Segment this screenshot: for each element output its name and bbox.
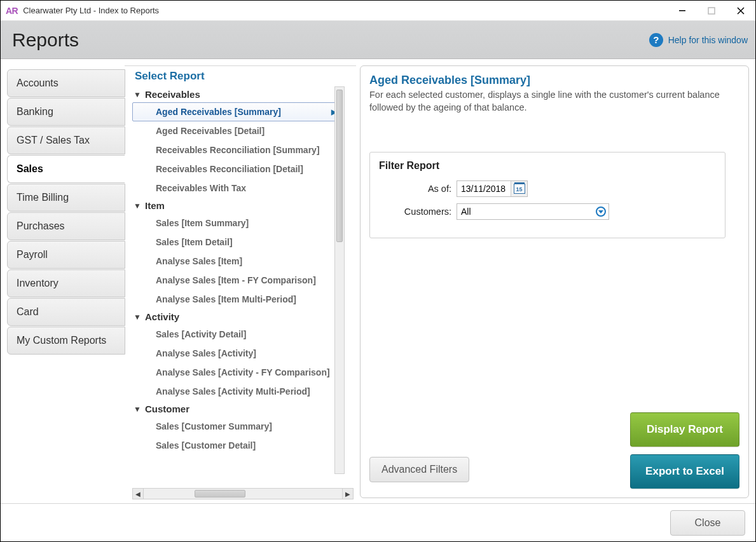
window-title: Clearwater Pty Ltd - Index to Reports xyxy=(23,6,159,15)
category-nav: AccountsBankingGST / Sales TaxSalesTime … xyxy=(1,65,125,503)
category-tab-card[interactable]: Card xyxy=(7,298,125,326)
calendar-button[interactable]: 15 xyxy=(511,181,527,196)
maximize-button[interactable] xyxy=(697,1,726,21)
disclosure-icon: ▼ xyxy=(134,90,142,99)
report-group-customer[interactable]: ▼Customer xyxy=(132,401,342,417)
report-group-label: Customer xyxy=(145,403,189,414)
svg-rect-1 xyxy=(708,8,715,14)
report-item[interactable]: Analyse Sales [Item] xyxy=(132,252,342,271)
report-group-item[interactable]: ▼Item xyxy=(132,198,342,213)
report-item[interactable]: Analyse Sales [Item Multi-Period] xyxy=(132,290,342,309)
category-tab-accounts[interactable]: Accounts xyxy=(7,69,125,97)
chevron-down-icon xyxy=(596,207,606,217)
category-tab-time-billing[interactable]: Time Billing xyxy=(7,184,125,212)
display-report-button[interactable]: Display Report xyxy=(630,412,739,447)
page-title: Reports xyxy=(12,29,79,51)
report-group-label: Activity xyxy=(145,311,179,322)
report-item[interactable]: Sales [Item Summary] xyxy=(132,213,342,233)
as-of-date-input[interactable] xyxy=(457,181,511,196)
advanced-filters-button[interactable]: Advanced Filters xyxy=(369,457,469,482)
report-list-panel: Select Report ▼ReceivablesAged Receivabl… xyxy=(125,65,356,503)
export-to-excel-button[interactable]: Export to Excel xyxy=(630,454,739,489)
report-tree: ▼ReceivablesAged Receivables [Summary]Ag… xyxy=(131,86,345,485)
report-item[interactable]: Sales [Customer Summary] xyxy=(132,417,342,436)
report-group-receivables[interactable]: ▼Receivables xyxy=(132,86,342,102)
close-window-button[interactable] xyxy=(726,1,755,21)
report-item[interactable]: Sales [Activity Detail] xyxy=(132,325,342,344)
calendar-icon: 15 xyxy=(514,185,525,193)
report-item[interactable]: Aged Receivables [Detail] xyxy=(132,121,342,140)
category-tab-gst-sales-tax[interactable]: GST / Sales Tax xyxy=(7,126,125,154)
horizontal-scrollbar[interactable]: ◀ ▶ xyxy=(132,488,354,499)
customers-input[interactable] xyxy=(457,204,593,219)
report-group-label: Receivables xyxy=(145,89,200,100)
category-tab-my-custom-reports[interactable]: My Custom Reports xyxy=(7,327,125,355)
app-icon: AR xyxy=(6,6,18,16)
report-title: Aged Receivables [Summary] xyxy=(369,74,739,87)
filter-title: Filter Report xyxy=(379,160,716,172)
category-tab-payroll[interactable]: Payroll xyxy=(7,241,125,269)
category-tab-banking[interactable]: Banking xyxy=(7,98,125,126)
vertical-scrollbar[interactable] xyxy=(334,86,345,474)
report-item[interactable]: Analyse Sales [Activity Multi-Period] xyxy=(132,382,342,401)
report-description: For each selected customer, displays a s… xyxy=(369,88,725,114)
disclosure-icon: ▼ xyxy=(134,405,142,414)
customers-combo[interactable] xyxy=(457,203,609,220)
as-of-date-field[interactable]: 15 xyxy=(457,180,528,197)
header-bar: Reports ? Help for this window xyxy=(1,21,755,59)
select-report-title: Select Report xyxy=(131,66,356,86)
footer-bar: Close xyxy=(1,503,755,541)
report-group-activity[interactable]: ▼Activity xyxy=(132,309,342,325)
svg-rect-0 xyxy=(679,10,685,11)
report-item[interactable]: Receivables Reconciliation [Summary] xyxy=(132,140,342,159)
report-detail-panel: Aged Receivables [Summary] For each sele… xyxy=(360,65,749,498)
report-item[interactable]: Sales [Item Detail] xyxy=(132,233,342,252)
as-of-label: As of: xyxy=(379,184,451,194)
help-label: Help for this window xyxy=(668,35,748,45)
report-item[interactable]: Receivables Reconciliation [Detail] xyxy=(132,159,342,179)
minimize-button[interactable] xyxy=(668,1,697,21)
report-group-label: Item xyxy=(145,200,165,211)
category-tab-inventory[interactable]: Inventory xyxy=(7,269,125,297)
report-item[interactable]: Analyse Sales [Item - FY Comparison] xyxy=(132,271,342,290)
filter-report-box: Filter Report As of: 15 Customers: xyxy=(369,152,725,238)
window-titlebar: AR Clearwater Pty Ltd - Index to Reports xyxy=(1,1,755,21)
scroll-right-arrow[interactable]: ▶ xyxy=(342,488,354,499)
report-item[interactable]: Analyse Sales [Activity] xyxy=(132,344,342,363)
report-item[interactable]: Analyse Sales [Activity - FY Comparison] xyxy=(132,363,342,382)
disclosure-icon: ▼ xyxy=(134,313,142,322)
report-item[interactable]: Receivables With Tax xyxy=(132,179,342,198)
customers-label: Customers: xyxy=(379,207,451,217)
close-button[interactable]: Close xyxy=(670,510,745,536)
report-item[interactable]: Sales [Customer Detail] xyxy=(132,436,342,455)
category-tab-sales[interactable]: Sales xyxy=(7,155,125,183)
help-link[interactable]: ? Help for this window xyxy=(649,33,748,47)
scroll-left-arrow[interactable]: ◀ xyxy=(132,488,144,499)
report-item[interactable]: Aged Receivables [Summary] xyxy=(132,102,342,121)
disclosure-icon: ▼ xyxy=(134,201,142,210)
category-tab-purchases[interactable]: Purchases xyxy=(7,212,125,240)
customers-dropdown-button[interactable] xyxy=(593,204,608,219)
help-icon: ? xyxy=(649,33,663,47)
